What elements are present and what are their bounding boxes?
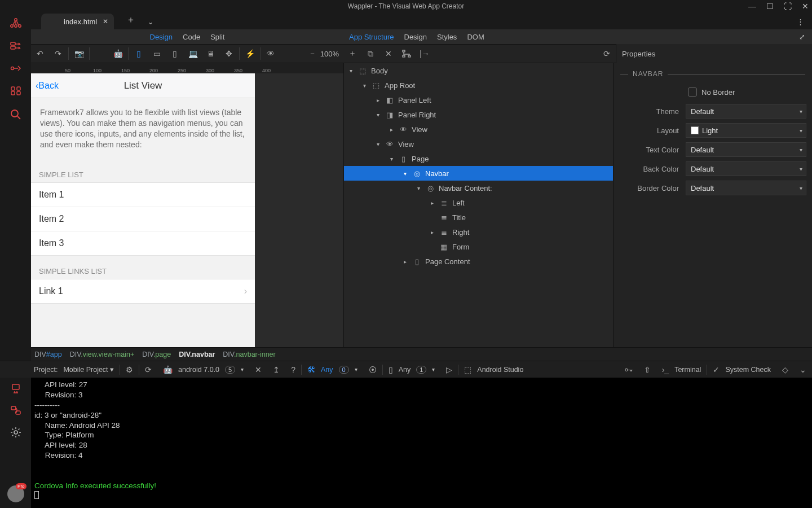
settings-gear-icon[interactable]: [10, 426, 22, 439]
crumb-view[interactable]: DIV.view.view-main+: [70, 351, 135, 358]
build-icon[interactable]: 🛠: [307, 365, 315, 374]
back-color-select[interactable]: Default▾: [686, 161, 806, 176]
system-check-button[interactable]: System Check: [725, 366, 771, 374]
no-border-checkbox[interactable]: [688, 87, 697, 97]
tab-close-icon[interactable]: ✕: [103, 17, 108, 25]
search-icon[interactable]: [10, 108, 22, 121]
tree-node-left[interactable]: ▸≣Left: [344, 195, 613, 210]
window-minimize-icon[interactable]: —: [748, 2, 756, 11]
device-selector[interactable]: Any: [399, 366, 411, 374]
tree-node-app-root[interactable]: ▾⬚App Root: [344, 78, 613, 93]
workflow-icon[interactable]: [10, 18, 22, 28]
text-color-select[interactable]: Default▾: [686, 142, 806, 157]
preview-eye-icon[interactable]: 👁: [262, 44, 280, 63]
sync-icon[interactable]: ⟳: [145, 365, 152, 374]
layout-select[interactable]: Light▾: [686, 123, 806, 138]
mode-design-panel[interactable]: Design: [404, 33, 427, 41]
mode-split[interactable]: Split: [210, 33, 224, 41]
device-move-icon[interactable]: ✥: [220, 44, 238, 63]
mode-code[interactable]: Code: [183, 33, 200, 41]
preview-canvas[interactable]: 360px x 487px ‹ Back List View Framework…: [31, 73, 255, 347]
publish-icon[interactable]: ⇧: [644, 365, 651, 374]
list-item[interactable]: Link 1›: [31, 279, 255, 303]
tree-node-right[interactable]: ▸≣Right: [344, 225, 613, 239]
terminal-output[interactable]: API level: 27 Revision: 3 ---------- id:…: [31, 378, 812, 508]
device-desktop-icon[interactable]: 🖥: [202, 44, 220, 63]
crumb-app[interactable]: DIV#app: [34, 351, 62, 358]
tab-overflow-icon[interactable]: ⋮: [797, 17, 804, 26]
tree-node-page[interactable]: ▾▯Page: [344, 151, 613, 166]
window-maximize-icon[interactable]: ⛶: [784, 2, 792, 11]
tree-node-page-content[interactable]: ▸▯Page Content: [344, 254, 613, 269]
platform-selector[interactable]: android 7.0.0: [178, 366, 219, 374]
apple-icon[interactable]: [91, 44, 109, 63]
mode-app-structure[interactable]: App Structure: [349, 33, 394, 41]
any-selector[interactable]: Any: [321, 366, 333, 374]
redo-icon[interactable]: ↷: [49, 44, 67, 63]
lock-icon[interactable]: 🗝: [625, 365, 633, 374]
play-icon[interactable]: ▷: [446, 365, 452, 374]
tree-node-title[interactable]: ≣Title: [344, 210, 613, 225]
link-icon[interactable]: [10, 405, 21, 416]
refresh-icon[interactable]: ⟳: [598, 44, 616, 63]
crumb-navbar[interactable]: DIV.navbar: [179, 351, 215, 358]
export-node-icon[interactable]: |→: [416, 44, 434, 63]
lightning-icon[interactable]: ⚡: [241, 44, 259, 63]
output-icon[interactable]: [10, 383, 21, 395]
routes-icon[interactable]: [10, 63, 22, 73]
mode-styles[interactable]: Styles: [437, 33, 457, 41]
crumb-page[interactable]: DIV.page: [142, 351, 171, 358]
server-connect-icon[interactable]: [10, 41, 22, 51]
window-restore-icon[interactable]: ☐: [766, 2, 774, 11]
tree-node-form[interactable]: ▦Form: [344, 239, 613, 254]
open-android-studio[interactable]: Android Studio: [477, 366, 523, 374]
user-avatar[interactable]: Pro: [7, 485, 24, 502]
camera-icon[interactable]: 📷: [70, 44, 88, 63]
device-phone-icon[interactable]: ▯: [130, 44, 148, 63]
crumb-navbar-inner[interactable]: DIV.navbar-inner: [223, 351, 275, 358]
tree-node-body[interactable]: ▾⬚Body: [344, 63, 613, 78]
theme-select[interactable]: Default▾: [686, 104, 806, 119]
collapse-terminal-icon[interactable]: ⌄: [800, 365, 806, 374]
layout-tree-icon[interactable]: [398, 44, 416, 63]
project-settings-icon[interactable]: ⚙: [126, 365, 133, 374]
undo-icon[interactable]: ↶: [31, 44, 49, 63]
tree-node-navbar[interactable]: ▾◎Navbar: [344, 166, 613, 181]
terminal-icon[interactable]: ›_: [662, 365, 669, 374]
tree-node-panel-right[interactable]: ▾◨Panel Right: [344, 107, 613, 122]
window-close-icon[interactable]: ✕: [802, 2, 809, 11]
device-icon[interactable]: ▯: [389, 365, 393, 374]
mode-design[interactable]: Design: [150, 33, 173, 41]
list-item[interactable]: Item 2: [31, 207, 255, 231]
upload-icon[interactable]: ↥: [273, 365, 280, 374]
terminal-toggle[interactable]: Terminal: [674, 366, 701, 374]
device-tablet-landscape-icon[interactable]: ▭: [148, 44, 166, 63]
device-tablet-icon[interactable]: ▯: [166, 44, 184, 63]
tree-node-panel-left[interactable]: ▸◧Panel Left: [344, 93, 613, 107]
tree-node-view[interactable]: ▸👁View: [344, 122, 613, 137]
device-laptop-icon[interactable]: 💻: [184, 44, 202, 63]
add-node-icon[interactable]: ＋: [343, 44, 361, 63]
android-studio-icon[interactable]: ⬚: [464, 365, 471, 374]
back-button[interactable]: ‹ Back: [36, 81, 59, 91]
collapse-panel-icon[interactable]: ⤢: [799, 33, 805, 41]
tab-dropdown-icon[interactable]: ⌄: [148, 18, 153, 26]
project-selector[interactable]: Mobile Project ▾: [63, 365, 114, 374]
border-color-select[interactable]: Default▾: [686, 181, 806, 195]
tab-index-html[interactable]: index.html ✕: [41, 14, 114, 29]
tree-node-view[interactable]: ▾👁View: [344, 137, 613, 151]
list-item[interactable]: Item 1: [31, 183, 255, 207]
new-tab-button[interactable]: ＋: [126, 14, 135, 26]
android-target-icon[interactable]: 🤖: [163, 365, 173, 374]
help-icon[interactable]: ?: [291, 365, 295, 374]
close-target-icon[interactable]: ✕: [255, 365, 262, 374]
erase-icon[interactable]: ◇: [782, 365, 788, 374]
mode-dom[interactable]: DOM: [467, 33, 484, 41]
check-icon[interactable]: ✓: [713, 365, 720, 374]
assets-icon[interactable]: [10, 86, 22, 96]
duplicate-node-icon[interactable]: ⧉: [361, 44, 379, 63]
preview-navbar[interactable]: ‹ Back List View: [31, 73, 255, 98]
list-item[interactable]: Item 3: [31, 231, 255, 255]
tree-node-navbar-content[interactable]: ▾◎Navbar Content:: [344, 181, 613, 195]
zoom-out-icon[interactable]: −: [310, 50, 315, 58]
